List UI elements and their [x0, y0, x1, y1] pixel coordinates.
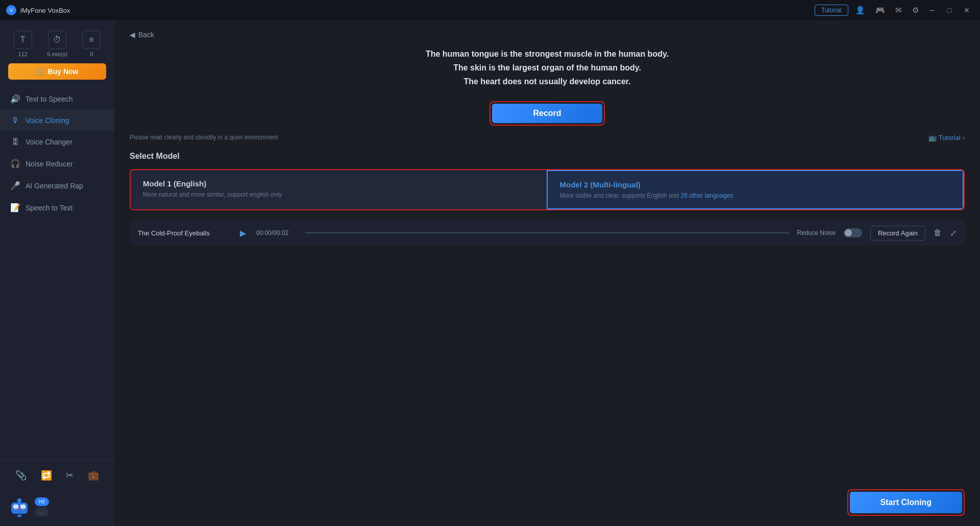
sidebar-item-label: Voice Changer	[26, 138, 72, 146]
model-card-2[interactable]: Model 2 (Multi-lingual) More stable and …	[547, 170, 964, 209]
play-button[interactable]: ▶	[238, 228, 248, 238]
sidebar-item-label: Speech to Text	[26, 204, 72, 212]
mail-icon[interactable]: ✉	[892, 5, 905, 16]
text-line-1: The human tongue is the strongest muscle…	[130, 47, 965, 61]
cart-icon: 🛒	[36, 67, 45, 76]
select-model-title: Select Model	[130, 152, 965, 161]
sidebar-item-voice-cloning[interactable]: 🎙 Voice Cloning	[0, 110, 114, 131]
model-card-1[interactable]: Model 1 (English) More natural and more …	[131, 170, 547, 209]
count-icon: ≡	[82, 31, 101, 49]
speech-to-text-icon: 📝	[10, 203, 20, 212]
back-label: Back	[138, 31, 154, 39]
settings-icon[interactable]: ⚙	[909, 5, 922, 16]
bot-avatar: Hi! ...	[0, 491, 114, 526]
gamepad-icon[interactable]: 🎮	[872, 5, 888, 16]
characters-icon: T	[14, 31, 32, 49]
sidebar-item-speech-to-text[interactable]: 📝 Speech to Text	[0, 197, 114, 219]
stat-characters: T 112	[14, 31, 32, 57]
record-button[interactable]: Record	[492, 104, 602, 123]
model-2-title: Model 2 (Multi-lingual)	[560, 180, 951, 189]
text-to-speech-icon: 🔊	[10, 94, 20, 104]
back-arrow-icon: ◀	[130, 31, 135, 39]
model-2-desc: More stable and clear, supports English …	[560, 192, 951, 199]
audio-time: 00:00/00:02	[256, 229, 297, 236]
title-bar: V iMyFone VoxBox Tutorial 👤 🎮 ✉ ⚙ ─ □ ✕	[0, 0, 980, 20]
sidebar-item-text-to-speech[interactable]: 🔊 Text to Speech	[0, 88, 114, 110]
record-button-outer: Record	[489, 101, 604, 126]
model-1-title: Model 1 (English)	[143, 179, 534, 188]
tutorial-link-label: Tutorial	[939, 134, 961, 141]
user-icon[interactable]: 👤	[852, 5, 868, 16]
hint-text: Please read clearly and steadily in a qu…	[130, 134, 278, 141]
sidebar-item-voice-changer[interactable]: 🎛 Voice Changer	[0, 131, 114, 153]
sidebar-item-ai-generated-rap[interactable]: 🎤 AI Generated Rap	[0, 175, 114, 197]
svg-rect-3	[17, 515, 21, 517]
hint-row: Please read clearly and steadily in a qu…	[130, 134, 965, 141]
model-cards-container: Model 1 (English) More natural and more …	[130, 169, 965, 210]
svg-rect-1	[13, 505, 18, 509]
tutorial-icon: 📺	[928, 134, 937, 141]
minimize-button[interactable]: ─	[926, 5, 939, 15]
text-display: The human tongue is the strongest muscle…	[130, 47, 965, 89]
svg-point-6	[15, 508, 17, 510]
reduce-noise-toggle[interactable]	[844, 228, 862, 237]
buy-now-label: Buy Now	[48, 67, 79, 76]
tutorial-button[interactable]: Tutorial	[815, 5, 848, 16]
start-cloning-wrapper: Start Cloning	[847, 489, 965, 516]
close-button[interactable]: ✕	[960, 5, 974, 15]
sidebar-bottom: 📎 🔁 ✂ 💼	[0, 459, 114, 491]
other-languages-link[interactable]: 28 other languages	[680, 192, 733, 199]
stat-time: ⏱ 5 min(s)	[47, 31, 67, 57]
waveform-dots: · · · · · · · · · · · · · · · · · · · · …	[305, 232, 789, 233]
buy-now-button[interactable]: 🛒 Buy Now	[8, 63, 106, 80]
scissors-icon[interactable]: ✂	[64, 468, 76, 483]
record-button-wrapper: Record	[130, 101, 965, 126]
text-line-2: The skin is the largest organ of the hum…	[130, 61, 965, 75]
maximize-button[interactable]: □	[943, 5, 955, 15]
svg-point-7	[22, 508, 24, 510]
bot-svg-icon	[8, 495, 31, 518]
sidebar-stats: T 112 ⏱ 5 min(s) ≡ 0	[0, 27, 114, 63]
start-cloning-button[interactable]: Start Cloning	[850, 492, 962, 513]
app-body: T 112 ⏱ 5 min(s) ≡ 0 🛒 Buy Now 🔊 Text to…	[0, 20, 980, 526]
main-content: ◀ Back The human tongue is the strongest…	[114, 20, 980, 526]
briefcase-icon[interactable]: 💼	[86, 468, 101, 483]
stat-count: ≡ 0	[82, 31, 101, 57]
audio-waveform: · · · · · · · · · · · · · · · · · · · · …	[305, 228, 789, 238]
loop-icon[interactable]: 🔁	[39, 468, 54, 483]
time-icon: ⏱	[48, 31, 66, 49]
text-line-3: The heart does not usually develop cance…	[130, 75, 965, 88]
characters-value: 112	[18, 51, 28, 57]
app-icon: V	[6, 5, 16, 15]
sidebar: T 112 ⏱ 5 min(s) ≡ 0 🛒 Buy Now 🔊 Text to…	[0, 20, 114, 526]
tutorial-chevron-icon: ›	[963, 134, 965, 141]
sidebar-nav: 🔊 Text to Speech 🎙 Voice Cloning 🎛 Voice…	[0, 86, 114, 459]
ai-rap-icon: 🎤	[10, 181, 20, 190]
attach-icon[interactable]: 📎	[13, 468, 29, 483]
voice-cloning-icon: 🎙	[10, 116, 20, 125]
count-value: 0	[90, 51, 93, 57]
app-logo: V iMyFone VoxBox	[6, 5, 70, 15]
sidebar-item-label: Noise Reducer	[26, 160, 73, 168]
audio-row: The Cold-Proof Eyeballs ▶ 00:00/00:02 · …	[130, 221, 965, 246]
model-1-desc: More natural and more similar, support e…	[143, 191, 534, 198]
svg-rect-2	[20, 505, 26, 509]
sidebar-item-label: AI Generated Rap	[26, 182, 83, 190]
title-bar-controls: Tutorial 👤 🎮 ✉ ⚙ ─ □ ✕	[815, 5, 974, 16]
toggle-knob	[845, 229, 852, 236]
time-value: 5 min(s)	[47, 51, 67, 57]
audio-title: The Cold-Proof Eyeballs	[138, 229, 230, 237]
sidebar-item-noise-reducer[interactable]: 🎧 Noise Reducer	[0, 153, 114, 175]
back-button[interactable]: ◀ Back	[130, 31, 965, 39]
start-cloning-outer: Start Cloning	[847, 489, 965, 516]
tutorial-link[interactable]: 📺 Tutorial ›	[928, 134, 965, 141]
noise-reducer-icon: 🎧	[10, 159, 20, 169]
sidebar-item-label: Voice Cloning	[26, 116, 69, 125]
sidebar-item-label: Text to Speech	[26, 95, 73, 103]
voice-changer-icon: 🎛	[10, 137, 20, 147]
app-name: iMyFone VoxBox	[20, 7, 70, 14]
